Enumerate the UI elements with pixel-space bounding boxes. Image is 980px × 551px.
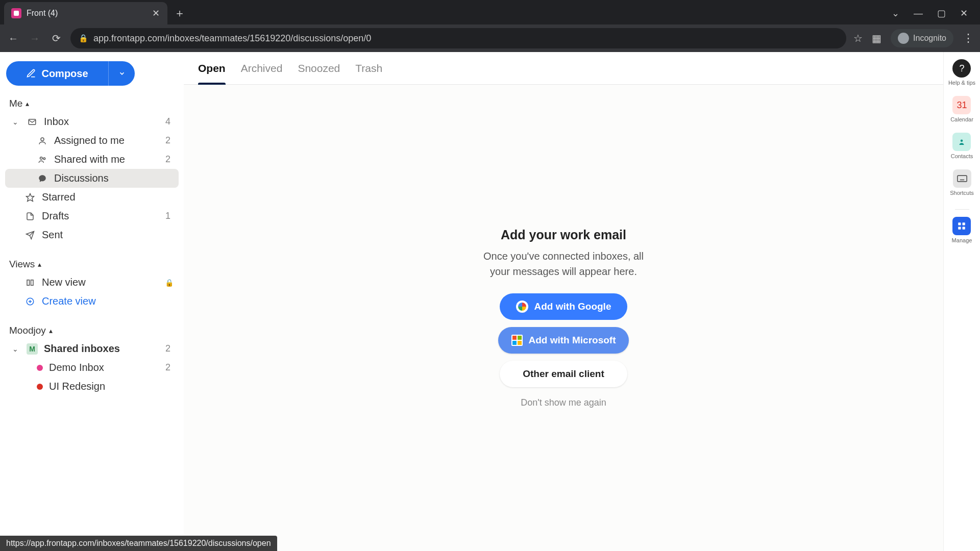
- section-workspace[interactable]: Moodjoy ▴: [5, 322, 179, 339]
- sidebar-item-demo-inbox[interactable]: Demo Inbox 2: [5, 358, 179, 377]
- sidebar-item-shared-inboxes[interactable]: ⌄ M Shared inboxes 2: [5, 339, 179, 358]
- sidebar-item-new-view[interactable]: New view 🔒: [5, 273, 179, 292]
- app: Compose Me ▴ ⌄ Inbox 4 Assigned to me 2 …: [0, 52, 980, 551]
- lock-icon: 🔒: [165, 279, 174, 287]
- minimize-icon[interactable]: —: [914, 8, 923, 19]
- url-box[interactable]: 🔒 app.frontapp.com/inboxes/teammates/156…: [70, 28, 846, 48]
- window-controls: ⌄ — ▢ ✕: [892, 2, 976, 24]
- empty-subtitle: Once you've connected inboxes, all your …: [477, 248, 650, 279]
- rail-shortcuts[interactable]: Shortcuts: [950, 169, 973, 196]
- help-icon: ?: [952, 59, 971, 78]
- compose-label: Compose: [41, 68, 88, 80]
- forward-button[interactable]: →: [28, 31, 42, 45]
- svg-rect-13: [957, 176, 966, 182]
- sidebar-item-inbox[interactable]: ⌄ Inbox 4: [5, 112, 179, 131]
- rail-separator: [955, 209, 969, 210]
- maximize-icon[interactable]: ▢: [937, 8, 946, 19]
- tab-snoozed[interactable]: Snoozed: [298, 52, 340, 85]
- starred-label: Starred: [42, 191, 174, 203]
- sidebar-item-starred[interactable]: Starred: [5, 188, 179, 207]
- inbox-count: 4: [165, 116, 174, 127]
- rail-manage[interactable]: Manage: [952, 217, 972, 243]
- bookmark-icon[interactable]: ☆: [853, 32, 863, 44]
- contacts-icon: [952, 133, 971, 151]
- assigned-count: 2: [165, 135, 174, 146]
- right-rail: ? Help & tips 31 Calendar Contacts Short…: [943, 52, 980, 551]
- incognito-label: Incognito: [913, 34, 946, 43]
- rail-help[interactable]: ? Help & tips: [948, 59, 975, 86]
- tab-trash[interactable]: Trash: [355, 52, 382, 85]
- sidebar-item-shared[interactable]: Shared with me 2: [5, 150, 179, 169]
- tab-archived[interactable]: Archived: [241, 52, 283, 85]
- shared-inboxes-label: Shared inboxes: [44, 343, 159, 355]
- dismiss-link[interactable]: Don't show me again: [521, 397, 606, 408]
- svg-rect-18: [959, 222, 961, 225]
- browser-menu-icon[interactable]: ⋮: [963, 32, 974, 45]
- chevron-down-icon: [118, 70, 126, 77]
- lock-icon: 🔒: [79, 34, 88, 43]
- svg-rect-21: [963, 227, 965, 230]
- star-icon: [24, 193, 36, 202]
- sidebar-item-assigned[interactable]: Assigned to me 2: [5, 131, 179, 150]
- columns-icon: [24, 278, 36, 287]
- tab-open-label: Open: [198, 62, 226, 74]
- drafts-label: Drafts: [42, 210, 159, 222]
- other-email-button[interactable]: Other email client: [500, 361, 627, 387]
- rail-contacts[interactable]: Contacts: [951, 133, 973, 159]
- svg-rect-19: [963, 222, 965, 225]
- chevron-down-icon: ⌄: [12, 345, 20, 353]
- tab-open[interactable]: Open: [198, 52, 226, 85]
- demo-inbox-label: Demo Inbox: [49, 362, 159, 373]
- rail-calendar-label: Calendar: [950, 116, 973, 122]
- dot-icon: [37, 365, 43, 371]
- tab-archived-label: Archived: [241, 62, 283, 74]
- person-icon: [37, 136, 48, 145]
- incognito-badge[interactable]: Incognito: [891, 29, 953, 47]
- compose-dropdown[interactable]: [108, 61, 135, 86]
- tab-snoozed-label: Snoozed: [298, 62, 340, 74]
- sidebar-item-drafts[interactable]: Drafts 1: [5, 207, 179, 226]
- google-icon: [516, 300, 528, 313]
- add-microsoft-label: Add with Microsoft: [529, 335, 616, 346]
- caret-up-icon: ▴: [26, 99, 29, 108]
- reload-button[interactable]: ⟳: [49, 31, 63, 45]
- empty-state: Add your work email Once you've connecte…: [477, 228, 650, 408]
- svg-point-3: [43, 157, 45, 159]
- tab-trash-label: Trash: [355, 62, 382, 74]
- add-google-label: Add with Google: [534, 301, 611, 312]
- browser-tab[interactable]: Front (4) ✕: [4, 2, 167, 24]
- chat-icon: [37, 174, 48, 183]
- back-button[interactable]: ←: [6, 31, 20, 45]
- apps-icon: [952, 217, 971, 235]
- section-me-label: Me: [9, 98, 22, 109]
- keyboard-icon: [953, 169, 971, 188]
- section-me[interactable]: Me ▴: [5, 95, 179, 112]
- sidebar-item-discussions[interactable]: Discussions: [5, 169, 179, 188]
- tab-bar: Front (4) ✕ ＋ ⌄ — ▢ ✕: [0, 0, 980, 24]
- sidebar-item-ui-redesign[interactable]: UI Redesign: [5, 377, 179, 396]
- extensions-icon[interactable]: ▦: [872, 32, 881, 44]
- add-microsoft-button[interactable]: Add with Microsoft: [498, 327, 629, 354]
- rail-calendar[interactable]: 31 Calendar: [950, 96, 973, 122]
- status-bar: https://app.frontapp.com/inboxes/teammat…: [0, 536, 277, 551]
- section-workspace-label: Moodjoy: [9, 325, 46, 336]
- sidebar-item-create-view[interactable]: Create view: [5, 292, 179, 311]
- drafts-count: 1: [165, 211, 174, 221]
- new-view-label: New view: [42, 277, 159, 288]
- close-window-icon[interactable]: ✕: [960, 8, 968, 19]
- compose-icon: [26, 68, 36, 79]
- rail-shortcuts-label: Shortcuts: [950, 190, 973, 196]
- ui-redesign-label: UI Redesign: [49, 381, 174, 392]
- sidebar-item-sent[interactable]: Sent: [5, 226, 179, 244]
- new-tab-button[interactable]: ＋: [170, 4, 189, 22]
- compose-button[interactable]: Compose: [6, 61, 108, 86]
- incognito-icon: [898, 33, 909, 44]
- tabs-dropdown-icon[interactable]: ⌄: [892, 8, 899, 19]
- tab-close-icon[interactable]: ✕: [151, 9, 160, 18]
- section-views[interactable]: Views ▴: [5, 256, 179, 273]
- people-icon: [37, 155, 48, 164]
- add-google-button[interactable]: Add with Google: [500, 293, 627, 320]
- content-area: Add your work email Once you've connecte…: [184, 85, 943, 551]
- svg-point-1: [41, 138, 44, 141]
- svg-rect-8: [31, 280, 34, 285]
